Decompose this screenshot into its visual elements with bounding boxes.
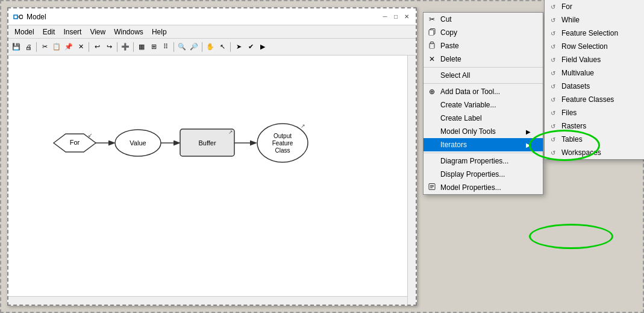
ctx-model-only-tools-label: Model Only Tools bbox=[440, 127, 496, 136]
menu-bar: Model Edit Insert View Windows Help bbox=[8, 25, 416, 39]
iterators-submenu: ↺ For ↺ While ↺ Feature Selection ↺ Row … bbox=[544, 0, 644, 160]
scrollbar-horizontal[interactable] bbox=[8, 296, 407, 305]
submenu-field-values[interactable]: ↺ Field Values bbox=[545, 53, 644, 66]
ctx-add-data-label: Add Data or Tool... bbox=[440, 87, 500, 96]
toolbar-delete[interactable]: ✕ bbox=[75, 42, 86, 52]
context-menu: ✂ Cut Copy Paste ✕ Delete bbox=[423, 12, 543, 195]
svg-rect-0 bbox=[14, 15, 17, 19]
submenu-datasets[interactable]: ↺ Datasets bbox=[545, 80, 644, 93]
submenu-rasters[interactable]: ↺ Rasters bbox=[545, 119, 644, 133]
submenu-field-values-icon: ↺ bbox=[548, 57, 558, 63]
toolbar-pointer[interactable]: ↖ bbox=[217, 42, 228, 52]
model-icon bbox=[13, 12, 23, 22]
toolbar-zoom-out[interactable]: 🔎 bbox=[189, 42, 199, 52]
ctx-delete[interactable]: ✕ Delete bbox=[424, 52, 543, 66]
submenu-datasets-label: Datasets bbox=[561, 82, 590, 90]
close-button[interactable]: ✕ bbox=[402, 13, 411, 21]
submenu-tables-label: Tables bbox=[561, 135, 583, 144]
toolbar-sep-5 bbox=[174, 42, 174, 52]
ctx-iterators[interactable]: Iterators ▶ bbox=[424, 138, 543, 151]
submenu-feature-classes[interactable]: ↺ Feature Classes bbox=[545, 93, 644, 106]
submenu-multivalue-icon: ↺ bbox=[548, 70, 558, 77]
submenu-files-label: Files bbox=[561, 109, 577, 117]
submenu-multivalue[interactable]: ↺ Multivalue bbox=[545, 66, 644, 80]
maximize-button[interactable]: □ bbox=[392, 13, 400, 21]
ctx-sep-2 bbox=[424, 83, 543, 84]
output-icon: ↗ bbox=[301, 123, 305, 129]
submenu-while-icon: ↺ bbox=[548, 17, 558, 24]
toolbar-copy[interactable]: 📋 bbox=[51, 42, 62, 52]
canvas-area[interactable]: For ↙ Value Buffer ↗ Output bbox=[8, 55, 416, 305]
menu-help[interactable]: Help bbox=[148, 27, 170, 37]
title-bar-left: Model bbox=[13, 12, 46, 22]
submenu-row-selection[interactable]: ↺ Row Selection bbox=[545, 40, 644, 53]
ctx-select-all[interactable]: Select All bbox=[424, 69, 543, 82]
submenu-workspaces-icon: ↺ bbox=[548, 150, 558, 156]
ctx-copy[interactable]: Copy bbox=[424, 26, 543, 39]
submenu-for-label: For bbox=[561, 2, 572, 11]
submenu-multivalue-label: Multivalue bbox=[561, 69, 594, 77]
menu-edit[interactable]: Edit bbox=[39, 27, 59, 37]
output-node-label-1: Output bbox=[274, 133, 292, 139]
menu-windows[interactable]: Windows bbox=[110, 27, 147, 37]
toolbar-save[interactable]: 💾 bbox=[11, 42, 22, 52]
ctx-create-variable-label: Create Variable... bbox=[440, 101, 496, 109]
toolbar-grid2[interactable]: ⊞ bbox=[148, 42, 159, 52]
toolbar-add-data[interactable]: ➕ bbox=[120, 42, 131, 52]
submenu-rasters-icon: ↺ bbox=[548, 123, 558, 130]
scrollbar-vertical[interactable] bbox=[407, 55, 416, 305]
submenu-workspaces[interactable]: ↺ Workspaces bbox=[545, 146, 644, 159]
ctx-model-only-tools[interactable]: Model Only Tools ▶ bbox=[424, 125, 543, 138]
toolbar-redo[interactable]: ↪ bbox=[104, 42, 114, 52]
toolbar-sep-1 bbox=[36, 42, 37, 52]
toolbar-dots[interactable]: ⠿ bbox=[160, 42, 171, 52]
submenu-for[interactable]: ↺ For bbox=[545, 0, 644, 13]
menu-model[interactable]: Model bbox=[11, 27, 38, 37]
ctx-diagram-props[interactable]: Diagram Properties... bbox=[424, 154, 543, 168]
submenu-feature-selection[interactable]: ↺ Feature Selection bbox=[545, 27, 644, 40]
ctx-paste[interactable]: Paste bbox=[424, 39, 543, 52]
model-only-tools-arrow: ▶ bbox=[526, 128, 531, 135]
toolbar-print[interactable]: 🖨 bbox=[23, 42, 34, 52]
submenu-tables-icon: ↺ bbox=[548, 136, 558, 143]
submenu-for-icon: ↺ bbox=[548, 4, 558, 10]
toolbar-sep-2 bbox=[89, 42, 89, 52]
ctx-model-props[interactable]: Model Properties... bbox=[424, 181, 543, 194]
menu-insert[interactable]: Insert bbox=[60, 27, 85, 37]
submenu-files[interactable]: ↺ Files bbox=[545, 106, 644, 119]
submenu-feature-classes-icon: ↺ bbox=[548, 96, 558, 103]
ctx-cut[interactable]: ✂ Cut bbox=[424, 13, 543, 26]
toolbar-check[interactable]: ✔ bbox=[245, 42, 256, 52]
paste-icon bbox=[427, 42, 437, 51]
toolbar-cut[interactable]: ✂ bbox=[39, 42, 50, 52]
ctx-create-label-label: Create Label bbox=[440, 114, 482, 122]
toolbar-run[interactable]: ▶ bbox=[257, 42, 268, 52]
ctx-select-all-label: Select All bbox=[440, 71, 470, 80]
submenu-feature-classes-label: Feature Classes bbox=[561, 95, 614, 104]
toolbar-sep-4 bbox=[133, 42, 134, 52]
submenu-datasets-icon: ↺ bbox=[548, 83, 558, 90]
menu-view[interactable]: View bbox=[86, 27, 109, 37]
ctx-create-variable[interactable]: Create Variable... bbox=[424, 98, 543, 112]
submenu-feature-selection-icon: ↺ bbox=[548, 30, 558, 37]
title-controls: ─ □ ✕ bbox=[381, 13, 411, 21]
submenu-while[interactable]: ↺ While bbox=[545, 13, 644, 27]
for-node-label: For bbox=[70, 139, 80, 146]
toolbar-zoom-in[interactable]: 🔍 bbox=[177, 42, 187, 52]
diagram-svg: For ↙ Value Buffer ↗ Output bbox=[8, 55, 407, 296]
ctx-display-props[interactable]: Display Properties... bbox=[424, 168, 543, 181]
toolbar-undo[interactable]: ↩ bbox=[92, 42, 102, 52]
toolbar-forward[interactable]: ➤ bbox=[233, 42, 244, 52]
ctx-sep-1 bbox=[424, 67, 543, 68]
submenu-row-selection-icon: ↺ bbox=[548, 43, 558, 50]
output-node-label-2: Feature bbox=[272, 140, 293, 147]
minimize-button[interactable]: ─ bbox=[381, 13, 389, 21]
toolbar-grid[interactable]: ▦ bbox=[136, 42, 147, 52]
ctx-create-label[interactable]: Create Label bbox=[424, 112, 543, 125]
toolbar-paste[interactable]: 📌 bbox=[63, 42, 74, 52]
ctx-paste-label: Paste bbox=[440, 42, 459, 50]
ctx-add-data[interactable]: ⊕ Add Data or Tool... bbox=[424, 85, 543, 98]
toolbar-pan[interactable]: ✋ bbox=[205, 42, 216, 52]
submenu-tables[interactable]: ↺ Tables bbox=[545, 133, 644, 146]
model-window: Model ─ □ ✕ Model Edit Insert View Windo… bbox=[7, 7, 417, 306]
